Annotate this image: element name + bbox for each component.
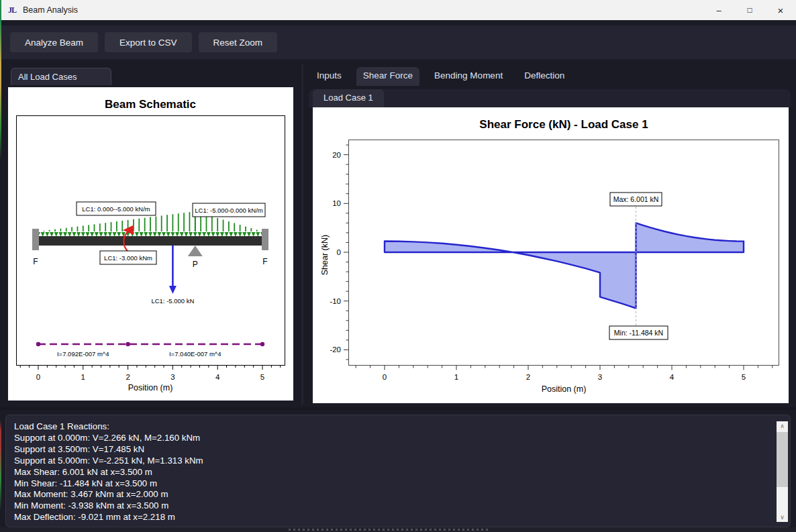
output-line: Support at 3.500m: V=17.485 kN — [14, 444, 766, 456]
output-line: Max Deflection: -9.021 mm at x=2.218 m — [14, 512, 766, 523]
window-controls: – □ × — [703, 0, 796, 20]
load-annotation-label: LC1: 0.000--5.000 kN/m — [82, 205, 150, 213]
shear-annotation-label: Max: 6.001 kN — [613, 195, 659, 203]
x-tick-label: 4 — [215, 373, 220, 381]
output-text: Load Case 1 Reactions:Support at 0.000m:… — [14, 421, 766, 523]
background-window-text-sliver — [289, 529, 490, 531]
support-label: F — [33, 257, 38, 266]
inertia-label: I=7.092E-007 m^4 — [57, 350, 109, 358]
title-bar: JL Beam Analysis – □ × — [0, 0, 796, 20]
x-tick-label: 2 — [526, 373, 530, 381]
x-tick-label: 3 — [598, 373, 602, 381]
output-line: Support at 5.000m: V=-2.251 kN, M=1.313 … — [14, 456, 766, 467]
close-button[interactable]: × — [765, 0, 796, 20]
x-tick-label: 0 — [36, 373, 40, 381]
background-window-edge — [0, 0, 1, 532]
schematic-x-axis: 012345Position (m) — [20, 366, 280, 393]
inertia-label: I=7.040E-007 m^4 — [169, 350, 221, 358]
shear-chart-title: Shear Force (kN) - Load Case 1 — [479, 118, 648, 131]
horizontal-splitter[interactable] — [0, 407, 796, 410]
support-label: F — [262, 257, 267, 266]
output-panel: Load Case 1 Reactions:Support at 0.000m:… — [5, 415, 791, 527]
analyze-beam-button[interactable]: Analyze Beam — [10, 32, 98, 52]
x-axis-label: Position (m) — [542, 384, 587, 394]
output-line: Max Moment: 3.467 kNm at x=2.000 m — [14, 489, 766, 500]
shear-annotation-label: Min: -11.484 kN — [614, 329, 663, 337]
minimize-button[interactable]: – — [703, 0, 734, 20]
x-tick-label: 5 — [742, 373, 746, 381]
app-window: JL Beam Analysis – □ × Analyze BeamExpor… — [0, 0, 796, 532]
load-case-strip: Load Case 1 — [309, 89, 791, 107]
y-tick-label: -10 — [330, 297, 341, 305]
toolbar: Analyze BeamExport to CSVReset Zoom — [0, 25, 796, 59]
shear-curve — [385, 223, 744, 308]
app-icon: JL — [8, 5, 16, 15]
support-label: P — [193, 260, 198, 269]
output-line: Max Shear: 6.001 kN at x=3.500 m — [14, 467, 766, 478]
maximize-button[interactable]: □ — [734, 0, 765, 20]
x-tick-label: 0 — [383, 373, 387, 381]
export-to-csv-button[interactable]: Export to CSV — [105, 32, 192, 52]
beam-schematic-panel[interactable]: Beam SchematicFPFLC1: 0.000--5.000 kN/mL… — [8, 87, 293, 401]
x-axis-label: Position (m) — [128, 383, 173, 392]
panel-splitter[interactable] — [301, 64, 303, 405]
x-tick-label: 5 — [260, 373, 264, 381]
output-line: Min Shear: -11.484 kN at x=3.500 m — [14, 478, 766, 490]
output-line: Min Moment: -3.938 kNm at x=3.500 m — [14, 500, 766, 512]
fixed-support — [32, 229, 39, 250]
inertia-line: I=7.092E-007 m^4I=7.040E-007 m^4 — [36, 342, 264, 358]
y-tick-label: -20 — [330, 345, 341, 354]
reset-zoom-button[interactable]: Reset Zoom — [199, 32, 278, 52]
fixed-support — [262, 229, 268, 250]
tab-shear-force[interactable]: Shear Force — [356, 67, 419, 86]
scroll-up-icon[interactable]: ∧ — [777, 421, 788, 431]
shear-chart-panel[interactable]: Shear Force (kN) - Load Case 1-20-100102… — [313, 107, 789, 403]
y-tick-label: 20 — [332, 151, 341, 159]
load-annotation-label: LC1: -5.000-0.000 kN/m — [195, 207, 262, 214]
x-tick-label: 1 — [454, 373, 458, 381]
load-case-subtab[interactable]: Load Case 1 — [313, 89, 384, 107]
shear-x-axis: 012345Position (m) — [356, 366, 773, 394]
x-tick-label: 4 — [670, 373, 675, 381]
scrollbar-thumb[interactable] — [777, 432, 788, 487]
schematic-title: Beam Schematic — [105, 98, 196, 111]
x-tick-label: 2 — [126, 373, 130, 381]
output-line: Support at 0.000m: V=2.266 kN, M=2.160 k… — [14, 433, 766, 444]
window-title: Beam Analysis — [23, 5, 78, 15]
tab-bending-moment[interactable]: Bending Moment — [428, 67, 509, 86]
result-tabs: InputsShear ForceBending MomentDeflectio… — [310, 67, 571, 86]
y-axis-label: Shear (kN) — [320, 235, 330, 275]
pin-support — [188, 246, 203, 256]
shear-force-chart[interactable]: Shear Force (kN) - Load Case 1-20-100102… — [313, 107, 789, 403]
shear-y-axis: -20-1001020Shear (kN) — [320, 145, 349, 360]
scroll-down-icon[interactable]: ∨ — [777, 513, 788, 522]
point-load-label: LC1: -5.000 kN — [151, 297, 194, 305]
x-tick-label: 1 — [81, 373, 85, 381]
point-load-arrow: LC1: -5.000 kN — [151, 246, 194, 305]
y-tick-label: 10 — [332, 199, 341, 207]
output-scrollbar[interactable]: ∧ ∨ — [777, 421, 788, 522]
moment-annotation-label: LC1: -3.000 kNm — [104, 254, 152, 262]
output-line: Load Case 1 Reactions: — [14, 421, 766, 433]
tab-deflection[interactable]: Deflection — [517, 67, 571, 86]
y-tick-label: 0 — [337, 248, 341, 256]
beam-body — [38, 236, 262, 246]
beam-schematic-chart[interactable]: Beam SchematicFPFLC1: 0.000--5.000 kN/mL… — [8, 87, 293, 401]
tab-inputs[interactable]: Inputs — [310, 67, 348, 86]
all-load-cases-tab[interactable]: All Load Cases — [11, 68, 111, 85]
x-tick-label: 3 — [170, 373, 175, 381]
